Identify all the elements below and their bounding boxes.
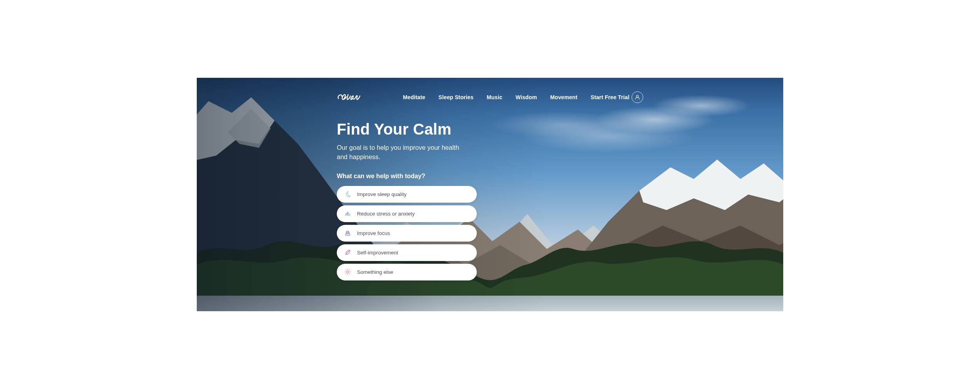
option-improve-focus[interactable]: Improve focus bbox=[337, 225, 477, 242]
svg-point-2 bbox=[345, 234, 350, 236]
top-nav: Meditate Sleep Stories Music Wisdom Move… bbox=[197, 78, 783, 105]
hero: Find Your Calm Our goal is to help you i… bbox=[337, 121, 500, 280]
option-label: Reduce stress or anxiety bbox=[357, 211, 415, 217]
hero-prompt: What can we help with today? bbox=[337, 173, 500, 180]
gear-icon bbox=[344, 268, 352, 276]
hero-subtitle: Our goal is to help you improve your hea… bbox=[337, 143, 465, 162]
option-label: Self-improvement bbox=[357, 250, 398, 256]
svg-point-4 bbox=[346, 231, 349, 232]
svg-point-1 bbox=[347, 212, 348, 214]
ripple-icon bbox=[344, 210, 352, 217]
hero-title: Find Your Calm bbox=[337, 121, 500, 138]
option-self-improvement[interactable]: Self-improvement bbox=[337, 244, 477, 261]
svg-point-5 bbox=[347, 271, 349, 273]
option-something-else[interactable]: Something else bbox=[337, 264, 477, 280]
option-improve-sleep[interactable]: Improve sleep quality bbox=[337, 186, 477, 203]
nav-link-music[interactable]: Music bbox=[487, 94, 502, 100]
nav-link-wisdom[interactable]: Wisdom bbox=[516, 94, 537, 100]
nav-link-sleep-stories[interactable]: Sleep Stories bbox=[439, 94, 474, 100]
app-frame: Meditate Sleep Stories Music Wisdom Move… bbox=[197, 78, 783, 311]
goal-options: Improve sleep quality Reduce stress or a… bbox=[337, 186, 477, 280]
stones-icon bbox=[344, 229, 352, 237]
nav-links: Meditate Sleep Stories Music Wisdom Move… bbox=[403, 94, 629, 100]
leaf-icon bbox=[344, 249, 352, 256]
nav-link-movement[interactable]: Movement bbox=[550, 94, 578, 100]
user-icon bbox=[634, 94, 640, 100]
option-label: Improve focus bbox=[357, 230, 390, 236]
option-label: Improve sleep quality bbox=[357, 191, 407, 197]
svg-point-3 bbox=[346, 232, 350, 234]
brand-logo[interactable] bbox=[337, 89, 368, 105]
option-label: Something else bbox=[357, 269, 393, 275]
nav-link-meditate[interactable]: Meditate bbox=[403, 94, 425, 100]
svg-point-0 bbox=[636, 95, 638, 97]
nav-link-start-free-trial[interactable]: Start Free Trial bbox=[591, 94, 630, 100]
option-reduce-stress[interactable]: Reduce stress or anxiety bbox=[337, 205, 477, 222]
moon-icon bbox=[344, 190, 352, 198]
profile-button[interactable] bbox=[632, 91, 643, 103]
